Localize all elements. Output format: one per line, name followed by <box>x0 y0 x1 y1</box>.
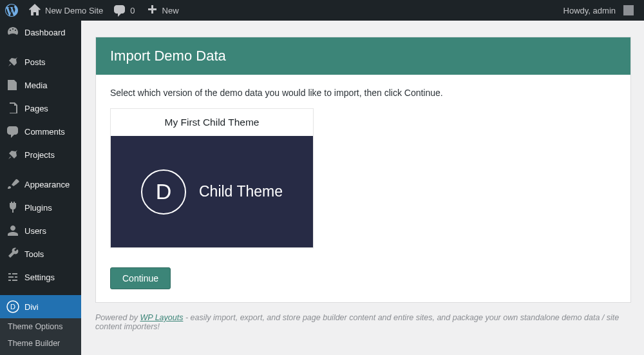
brush-icon <box>6 178 19 191</box>
home-icon <box>28 4 41 17</box>
divi-badge: D <box>141 169 186 215</box>
admin-sidebar: Dashboard Posts Media Pages Comments Pro… <box>0 21 81 355</box>
comments-count: 0 <box>130 6 135 15</box>
menu-label: Posts <box>24 57 46 67</box>
demo-card[interactable]: My First Child Theme D Child Theme <box>110 108 314 248</box>
plus-icon <box>146 4 158 17</box>
divi-submenu: Theme Options Theme Builder Theme Custom… <box>0 318 81 355</box>
menu-media[interactable]: Media <box>0 73 81 97</box>
demo-card-label: Child Theme <box>199 183 283 200</box>
new-label: New <box>162 6 179 15</box>
menu-dashboard[interactable]: Dashboard <box>0 21 81 44</box>
menu-divi[interactable]: D Divi <box>0 295 81 318</box>
wp-logo-button[interactable] <box>0 0 23 21</box>
menu-plugins[interactable]: Plugins <box>0 196 81 219</box>
comments-icon <box>6 125 19 138</box>
account-button[interactable]: Howdy, admin <box>558 0 639 21</box>
menu-pages[interactable]: Pages <box>0 97 81 120</box>
instruction-text: Select which version of the demo data yo… <box>110 88 616 98</box>
menu-label: Appearance <box>24 180 70 189</box>
menu-separator <box>0 166 81 173</box>
user-icon <box>6 224 19 237</box>
pin-icon <box>6 55 19 68</box>
comments-button[interactable]: 0 <box>108 0 140 21</box>
pages-icon <box>6 102 19 115</box>
import-panel: Import Demo Data Select which version of… <box>95 37 631 303</box>
menu-label: Projects <box>24 150 55 160</box>
divi-icon: D <box>6 300 19 313</box>
svg-text:D: D <box>10 303 15 311</box>
demo-card-title: My First Child Theme <box>111 109 313 136</box>
plugin-icon <box>6 201 19 214</box>
demo-card-image: D Child Theme <box>111 136 313 247</box>
wordpress-icon <box>5 4 18 17</box>
media-icon <box>6 79 19 91</box>
menu-comments[interactable]: Comments <box>0 120 81 143</box>
submenu-theme-customizer[interactable]: Theme Customizer <box>0 352 81 355</box>
menu-settings[interactable]: Settings <box>0 265 81 289</box>
sliders-icon <box>6 271 19 283</box>
footer-link[interactable]: WP Layouts <box>140 313 183 322</box>
dashboard-icon <box>6 26 19 39</box>
menu-label: Settings <box>24 273 55 282</box>
menu-label: Tools <box>24 249 44 259</box>
menu-separator <box>0 44 81 50</box>
menu-label: Comments <box>24 127 65 137</box>
admin-bar: New Demo Site 0 New Howdy, admin <box>0 0 644 21</box>
menu-label: Divi <box>24 302 39 312</box>
new-button[interactable]: New <box>140 0 184 21</box>
site-name-button[interactable]: New Demo Site <box>23 0 108 21</box>
wrench-icon <box>6 247 19 260</box>
menu-label: Plugins <box>24 203 52 213</box>
footer-prefix: Powered by <box>95 313 140 322</box>
menu-label: Media <box>24 81 47 90</box>
menu-label: Dashboard <box>24 28 66 37</box>
admin-bar-left: New Demo Site 0 New <box>0 0 184 21</box>
menu-label: Pages <box>24 104 48 113</box>
pin-icon <box>6 148 19 161</box>
menu-separator <box>0 289 81 295</box>
avatar <box>623 5 634 15</box>
menu-tools[interactable]: Tools <box>0 242 81 265</box>
continue-button[interactable]: Continue <box>110 267 171 289</box>
howdy-label: Howdy, admin <box>564 6 616 15</box>
menu-posts[interactable]: Posts <box>0 50 81 73</box>
footer-credit: Powered by WP Layouts - easily import, e… <box>95 313 631 331</box>
comment-icon <box>113 4 126 17</box>
submenu-theme-options[interactable]: Theme Options <box>0 318 81 335</box>
panel-body: Select which version of the demo data yo… <box>96 75 630 302</box>
site-name-label: New Demo Site <box>45 6 103 15</box>
submenu-theme-builder[interactable]: Theme Builder <box>0 335 81 352</box>
menu-appearance[interactable]: Appearance <box>0 173 81 196</box>
admin-bar-right: Howdy, admin <box>558 0 639 21</box>
menu-projects[interactable]: Projects <box>0 143 81 166</box>
menu-users[interactable]: Users <box>0 219 81 242</box>
page-title: Import Demo Data <box>96 37 630 75</box>
content-area: Import Demo Data Select which version of… <box>81 21 644 355</box>
menu-label: Users <box>24 226 46 236</box>
